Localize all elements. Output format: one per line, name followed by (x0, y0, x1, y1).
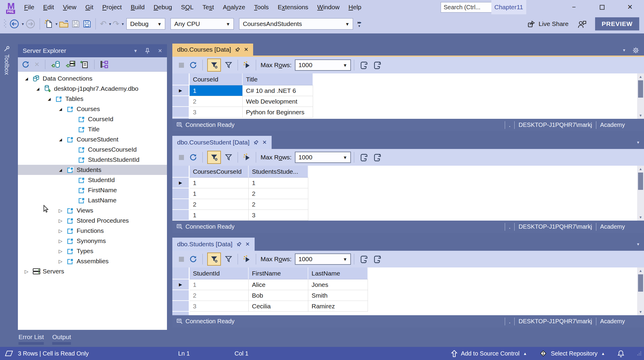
column-header-firstname[interactable]: FirstName (249, 267, 308, 279)
add-connection-icon[interactable] (80, 60, 89, 69)
expander-expanded-icon[interactable]: ◢ (55, 107, 66, 111)
refresh-icon[interactable] (189, 255, 197, 263)
filter-toggle-button[interactable] (207, 253, 221, 266)
script-to-file-icon[interactable] (373, 153, 382, 162)
expander-collapsed-icon[interactable]: ▷ (55, 218, 66, 224)
menu-item-analyze[interactable]: Analyze (219, 0, 250, 14)
navigate-back-button[interactable] (9, 19, 19, 29)
toolbar-overflow-button[interactable]: ▸▸▾ (357, 20, 361, 27)
tree-item-coursestudent[interactable]: ◢CourseStudent (18, 134, 167, 144)
script-icon[interactable] (359, 153, 369, 162)
preview-button[interactable]: PREVIEW (595, 17, 639, 30)
menu-item-help[interactable]: Help (344, 0, 366, 14)
scroll-down-icon[interactable]: ▼ (639, 112, 643, 119)
scrollbar-thumb[interactable] (638, 80, 643, 98)
select-all-corner[interactable] (172, 73, 190, 85)
column-header-studentid[interactable]: StudentId (190, 267, 249, 279)
tree-item-servers[interactable]: ▷Servers (18, 266, 167, 276)
column-header-title[interactable]: Title (243, 73, 313, 85)
tree-item-functions[interactable]: ▷Functions (18, 226, 167, 236)
tab-list-chevron-icon[interactable]: ▾ (637, 241, 639, 247)
expander-expanded-icon[interactable]: ◢ (44, 97, 54, 101)
grid-cell[interactable]: 2 (190, 96, 243, 107)
toolbar-grip-icon[interactable] (4, 19, 6, 29)
row-selector[interactable] (172, 312, 190, 315)
document-tab[interactable]: dbo.CourseStudent [Data] ✕ (172, 136, 272, 149)
script-to-file-icon[interactable] (373, 255, 382, 264)
save-button[interactable] (72, 20, 80, 28)
save-all-button[interactable] (83, 20, 91, 28)
refresh-icon[interactable] (189, 61, 197, 69)
current-row-indicator[interactable]: ▶ (172, 178, 190, 188)
expander-expanded-icon[interactable]: ◢ (33, 87, 43, 91)
stop-icon[interactable] (179, 257, 184, 262)
column-header-lastname[interactable]: LastName (308, 267, 368, 279)
row-selector[interactable] (172, 118, 190, 119)
solution-platform-select[interactable]: Any CPU▼ (171, 18, 234, 30)
grid-cell[interactable]: 1 (190, 279, 249, 290)
filter-toggle-button[interactable] (207, 59, 221, 72)
grid-cell[interactable]: 1 (190, 178, 249, 188)
tree-item-studentid[interactable]: StudentId (18, 175, 167, 185)
tree-item-types[interactable]: ▷Types (18, 246, 167, 256)
filter-toggle-button[interactable] (207, 151, 221, 164)
current-row-indicator[interactable]: ▶ (172, 85, 190, 96)
row-selector[interactable] (172, 210, 190, 221)
script-icon[interactable] (359, 61, 369, 70)
redo-button[interactable]: ↷ (113, 19, 120, 28)
select-all-corner[interactable] (172, 166, 190, 178)
grid-cell[interactable]: Python for Beginners (243, 107, 313, 118)
new-project-dropdown-icon[interactable]: ▾ (55, 21, 58, 26)
navigate-forward-button[interactable] (25, 19, 35, 29)
expander-collapsed-icon[interactable]: ▷ (55, 228, 66, 234)
grid-cell[interactable]: Cecilia (249, 301, 308, 312)
menu-item-build[interactable]: Build (126, 0, 149, 14)
scroll-up-icon[interactable]: ▲ (639, 73, 643, 80)
script-changes-icon[interactable] (243, 61, 251, 69)
max-rows-select[interactable]: 1000 ▼ (295, 59, 351, 71)
tree-item-students[interactable]: ◢Students (18, 165, 167, 175)
connect-to-server-icon[interactable] (65, 60, 75, 69)
startup-project-select[interactable]: CoursesAndStudents▼ (239, 18, 353, 30)
maximize-button[interactable] (588, 0, 616, 14)
menu-item-tools[interactable]: Tools (250, 0, 273, 14)
tree-item-desktop-j1pqhr7-academy-dbo[interactable]: ◢desktop-j1pqhr7.Academy.dbo (18, 84, 167, 94)
expander-expanded-icon[interactable]: ◢ (21, 76, 32, 81)
select-all-corner[interactable] (172, 267, 190, 279)
stop-refresh-icon[interactable]: ✕ (34, 61, 40, 68)
scroll-up-icon[interactable]: ▲ (639, 267, 643, 274)
script-changes-icon[interactable] (243, 255, 251, 263)
menu-item-debug[interactable]: Debug (149, 0, 177, 14)
remove-filter-icon[interactable] (225, 61, 233, 69)
column-header-studentsstude-[interactable]: StudentsStude... (249, 166, 308, 178)
document-tab[interactable]: dbo.Students [Data] ✕ (172, 238, 255, 251)
minimize-button[interactable]: − (560, 0, 588, 14)
close-button[interactable]: ✕ (616, 0, 644, 14)
script-changes-icon[interactable] (243, 153, 251, 161)
remove-filter-icon[interactable] (225, 153, 233, 161)
document-tab[interactable]: dbo.Courses [Data] ✕ (172, 44, 253, 56)
add-to-source-control-button[interactable]: Add to Source Control ▲ (451, 350, 527, 357)
tab-pin-icon[interactable] (253, 140, 258, 145)
grid-cell[interactable]: Smith (308, 290, 368, 301)
row-selector[interactable] (172, 301, 190, 312)
pin-icon[interactable] (145, 48, 150, 54)
tab-close-icon[interactable]: ✕ (244, 46, 248, 53)
window-position-icon[interactable]: ▾ (134, 48, 137, 54)
menu-item-edit[interactable]: Edit (39, 0, 58, 14)
tab-close-icon[interactable]: ✕ (262, 139, 267, 146)
expander-collapsed-icon[interactable]: ▷ (21, 269, 32, 274)
tree-item-tables[interactable]: ◢Tables (18, 94, 167, 104)
grid-cell[interactable]: 3 (190, 301, 249, 312)
vertical-scrollbar[interactable]: ▲ ▼ (637, 166, 644, 221)
menu-item-extensions[interactable]: Extensions (273, 0, 313, 14)
scrollbar-thumb[interactable] (638, 274, 643, 292)
toolbox-tab[interactable]: Toolbox (0, 46, 13, 75)
script-icon[interactable] (359, 255, 369, 264)
tab-group-gear-icon[interactable] (632, 47, 639, 54)
column-header-coursescourseid[interactable]: CoursesCourseId (190, 166, 249, 178)
expander-collapsed-icon[interactable]: ▷ (55, 248, 66, 254)
menu-item-test[interactable]: Test (198, 0, 219, 14)
grid-cell[interactable]: 1 (190, 188, 249, 199)
redo-dropdown-icon[interactable]: ▾ (122, 21, 124, 26)
